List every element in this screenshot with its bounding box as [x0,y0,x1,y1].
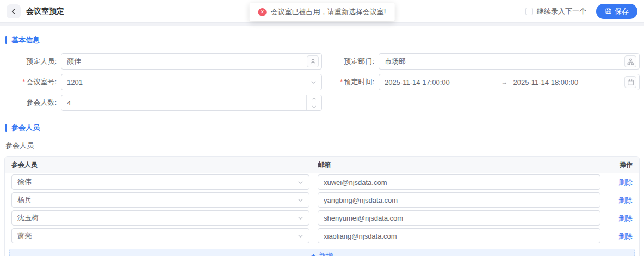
participant-name: 杨兵 [17,195,298,205]
table-header-row: 参会人员 邮箱 操作 [5,157,639,173]
number-stepper [306,95,321,110]
chevron-down-icon [311,79,319,85]
participant-email-input[interactable] [318,192,600,208]
table-row: 萧亮 删除 [5,227,639,245]
department-input[interactable] [385,58,624,66]
department-input-wrap [379,53,640,70]
stepper-up-icon[interactable] [307,95,321,103]
continue-entry-label: 继续录入下一个 [537,7,586,16]
form-item-department: 预定部门: [322,53,640,70]
page-title: 会议室预定 [26,7,64,16]
delete-link[interactable]: 删除 [618,214,633,222]
participant-name: 徐伟 [17,177,298,187]
add-participant-button[interactable]: + 新增 [9,249,635,256]
participants-sublabel: 参会人员 [5,141,640,151]
checkbox-box[interactable] [525,8,533,15]
header-divider [0,22,644,26]
add-row-container: + 新增 [5,245,639,256]
range-arrow-icon: → [496,78,513,86]
org-icon[interactable] [624,55,636,67]
chevron-down-icon [298,233,304,239]
save-icon [605,8,612,15]
participant-select[interactable]: 徐伟 [11,174,309,190]
section-participants-title: 参会人员 [11,123,40,133]
plus-icon: + [311,252,315,256]
section-bar [5,124,7,132]
reserver-input-wrap [61,53,322,70]
error-circle-icon: ✕ [258,8,267,16]
department-label: 预定部门: [322,57,379,66]
participants-table: 参会人员 邮箱 操作 徐伟 删除 杨兵 删除 沈玉梅 [4,156,640,256]
participant-email-input[interactable] [318,210,600,226]
topbar-actions: 继续录入下一个 保存 [525,4,637,19]
chevron-down-icon [298,215,304,221]
toast-text: 会议室已被占用，请重新选择会议室! [271,7,386,17]
table-row: 杨兵 删除 [5,191,639,209]
main-content: 基本信息 预定人员: 预定部门: [0,26,644,256]
delete-link[interactable]: 删除 [618,178,633,186]
header-name: 参会人员 [11,160,309,170]
calendar-icon[interactable] [624,76,636,88]
save-button[interactable]: 保存 [596,4,637,19]
required-asterisk: * [340,78,343,86]
participant-name: 沈玉梅 [17,213,298,223]
participant-name: 萧亮 [17,231,298,241]
room-input[interactable] [67,78,311,86]
delete-link[interactable]: 删除 [618,232,633,240]
section-basic-info: 基本信息 [5,35,640,45]
chevron-left-icon [10,8,17,15]
top-bar: 会议室预定 ✕ 会议室已被占用，请重新选择会议室! 继续录入下一个 保存 [0,0,644,22]
count-label: 参会人数: [4,98,61,108]
chevron-down-icon [298,197,304,203]
participant-select[interactable]: 沈玉梅 [11,210,309,226]
section-participants: 参会人员 [5,123,640,133]
room-label: *会议室号: [4,77,61,87]
user-icon[interactable] [307,55,319,67]
basic-info-form: 预定人员: 预定部门: [4,53,640,115]
participant-select[interactable]: 萧亮 [11,228,309,243]
time-end-input[interactable] [513,78,625,86]
form-item-count: 参会人数: [4,95,322,111]
form-item-room: *会议室号: [4,74,322,90]
section-bar [5,36,7,44]
form-item-reserver: 预定人员: [4,53,322,70]
count-input[interactable] [67,99,303,107]
continue-entry-checkbox[interactable]: 继续录入下一个 [525,7,586,16]
back-button[interactable] [7,4,21,18]
required-asterisk: * [22,78,25,86]
reserver-input[interactable] [67,58,307,66]
room-select[interactable] [61,74,322,90]
toast-message: ✕ 会议室已被占用，请重新选择会议室! [250,3,395,21]
section-basic-info-title: 基本信息 [11,35,40,45]
header-action: 操作 [609,160,633,170]
count-stepper [61,95,322,111]
time-range-picker[interactable]: → [379,74,640,90]
participant-email-input[interactable] [318,228,600,243]
time-label: *预定时间: [322,77,379,87]
form-item-time: *预定时间: → [322,74,640,90]
time-start-input[interactable] [385,78,496,86]
chevron-down-icon [298,179,304,185]
save-button-label: 保存 [615,7,629,16]
header-email: 邮箱 [318,160,600,170]
delete-link[interactable]: 删除 [618,196,633,204]
participant-email-input[interactable] [318,174,600,190]
add-button-label: 新增 [319,251,333,256]
stepper-down-icon[interactable] [307,103,321,111]
table-row: 沈玉梅 删除 [5,209,639,227]
table-row: 徐伟 删除 [5,173,639,191]
reserver-label: 预定人员: [4,57,61,66]
participant-select[interactable]: 杨兵 [11,192,309,208]
